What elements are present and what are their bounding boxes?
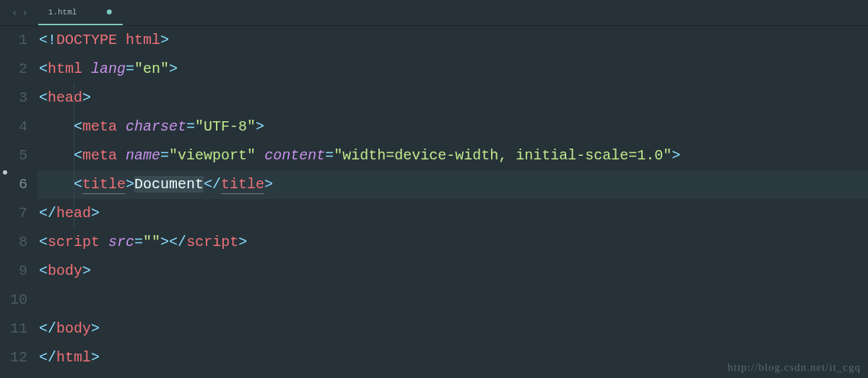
punct: > xyxy=(169,61,178,77)
punct: = xyxy=(126,61,134,77)
attr: src xyxy=(108,234,134,250)
line-gutter: 1 2 3 4 5 6 7 8 9 10 11 12 xyxy=(0,26,38,372)
indent xyxy=(39,118,74,135)
indent xyxy=(39,176,74,193)
string: "viewport" xyxy=(169,147,256,164)
line-number: 6 xyxy=(0,170,27,199)
tag: script xyxy=(186,234,238,250)
tab-filename: 1.html xyxy=(48,8,77,17)
space xyxy=(82,61,91,77)
punct: </ xyxy=(39,349,56,366)
punct: > xyxy=(126,176,134,193)
code-line[interactable]: <script src=""></script> xyxy=(38,228,868,257)
attr: lang xyxy=(91,61,126,77)
tag: body xyxy=(56,320,91,337)
doctype: DOCTYPE html xyxy=(56,32,160,48)
string: "en" xyxy=(134,61,169,77)
code-line[interactable]: <body> xyxy=(38,257,868,286)
code-line[interactable] xyxy=(38,286,868,315)
code-line[interactable]: </body> xyxy=(38,315,868,343)
punct: > xyxy=(238,234,247,250)
punct: </ xyxy=(39,320,56,337)
line-number: 8 xyxy=(0,228,27,257)
punct: > xyxy=(256,118,264,135)
line-number: 2 xyxy=(0,55,27,84)
punct: < xyxy=(39,234,48,250)
string: "UTF-8" xyxy=(195,118,256,135)
punct: < xyxy=(39,89,48,106)
nav-arrows: ‹ › xyxy=(6,7,34,19)
punct: < xyxy=(74,147,82,164)
punct: = xyxy=(186,118,195,135)
punct: > xyxy=(160,234,169,250)
punct: > xyxy=(82,263,91,279)
punct: = xyxy=(160,147,169,164)
tag: meta xyxy=(82,118,117,135)
tab-file[interactable]: 1.html ● xyxy=(38,0,123,25)
punct: <! xyxy=(39,32,56,48)
space xyxy=(117,147,126,164)
line-number: 11 xyxy=(0,315,27,343)
code-line[interactable]: <!DOCTYPE html> xyxy=(38,26,868,55)
tab-bar: ‹ › 1.html ● xyxy=(0,0,868,26)
modified-marker-icon xyxy=(3,170,7,175)
code-line[interactable]: <meta charset="UTF-8"> xyxy=(38,113,868,141)
tag: head xyxy=(48,89,82,106)
line-number: 10 xyxy=(0,286,27,315)
string: "width=device-width, initial-scale=1.0" xyxy=(334,147,672,164)
code-line[interactable]: <html lang="en"> xyxy=(38,55,868,84)
punct: > xyxy=(82,89,91,106)
watermark-text: http://blog.csdn.net/it_cgq xyxy=(728,361,862,374)
string: "" xyxy=(143,234,160,250)
indent-guide xyxy=(74,84,74,228)
attr: content xyxy=(264,147,325,164)
space xyxy=(117,118,126,135)
title-text: Document xyxy=(134,176,204,193)
line-number: 12 xyxy=(0,343,27,372)
tag: title xyxy=(82,176,126,194)
code-line[interactable]: </head> xyxy=(38,199,868,228)
punct: < xyxy=(39,263,48,279)
space xyxy=(256,147,264,164)
punct: > xyxy=(264,176,273,193)
line-number: 9 xyxy=(0,257,27,286)
line-number: 3 xyxy=(0,84,27,113)
line-number: 1 xyxy=(0,26,27,55)
tag: meta xyxy=(82,147,117,164)
punct: = xyxy=(134,234,143,250)
tag: html xyxy=(56,349,91,366)
code-area[interactable]: <!DOCTYPE html> <html lang="en"> <head> … xyxy=(38,26,868,372)
tag: body xyxy=(48,263,82,279)
punct: </ xyxy=(204,176,221,193)
punct: > xyxy=(91,349,100,366)
line-number: 7 xyxy=(0,199,27,228)
line-number: 4 xyxy=(0,113,27,141)
tag: html xyxy=(48,61,82,77)
space xyxy=(100,234,108,250)
punct: </ xyxy=(169,234,186,250)
punct: </ xyxy=(39,205,56,221)
punct: < xyxy=(74,176,82,193)
code-line[interactable]: <head> xyxy=(38,84,868,113)
code-editor[interactable]: 1 2 3 4 5 6 7 8 9 10 11 12 <!DOCTYPE htm… xyxy=(0,26,868,372)
code-line[interactable]: <title>Document</title> xyxy=(38,170,868,199)
punct: < xyxy=(74,118,82,135)
code-line[interactable]: <meta name="viewport" content="width=dev… xyxy=(38,141,868,170)
attr: name xyxy=(126,147,160,164)
line-number: 5 xyxy=(0,141,27,170)
punct: = xyxy=(325,147,334,164)
punct: > xyxy=(91,205,100,221)
punct: > xyxy=(160,32,169,48)
nav-back-icon[interactable]: ‹ xyxy=(12,7,17,19)
tag: title xyxy=(221,176,264,194)
punct: < xyxy=(39,61,48,77)
tab-dirty-icon: ● xyxy=(105,6,113,18)
indent xyxy=(39,147,74,164)
punct: > xyxy=(91,320,100,337)
punct: > xyxy=(672,147,680,164)
nav-forward-icon[interactable]: › xyxy=(22,7,27,19)
attr: charset xyxy=(126,118,186,135)
tag: script xyxy=(48,234,100,250)
